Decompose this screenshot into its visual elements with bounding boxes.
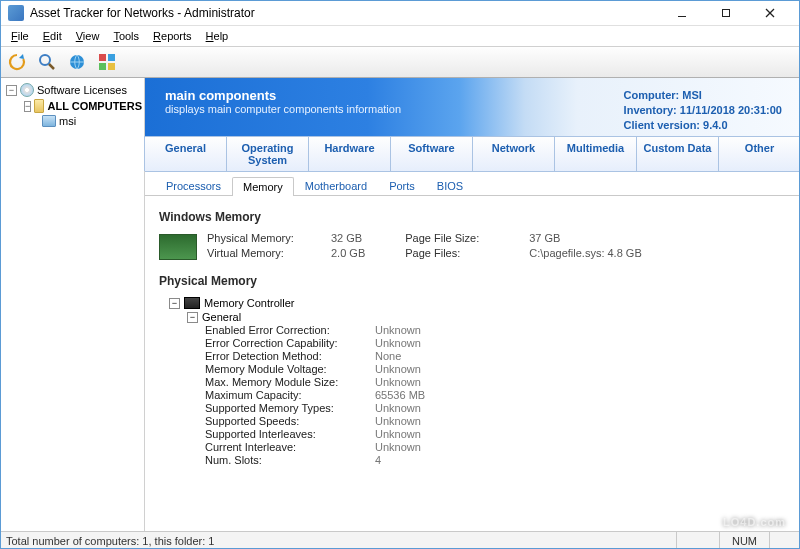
prop-k-10: Num. Slots:	[205, 454, 375, 466]
prop-k-3: Memory Module Voltage:	[205, 363, 375, 375]
svg-rect-9	[99, 63, 106, 70]
node-general[interactable]: General	[202, 311, 241, 323]
subtab-motherboard[interactable]: Motherboard	[294, 176, 378, 195]
status-text: Total number of computers: 1, this folde…	[6, 535, 215, 547]
toolbar-modules-button[interactable]	[94, 49, 120, 75]
band-subtitle: displays main computer components inform…	[165, 103, 624, 115]
memory-card-icon	[159, 234, 197, 260]
band-title: main components	[165, 88, 624, 103]
tree-toggle-general[interactable]: −	[187, 312, 198, 323]
tab-general[interactable]: General	[144, 136, 227, 171]
prop-v-4: Unknown	[375, 376, 786, 388]
band-inventory-label: Inventory:	[624, 104, 680, 116]
tab-custom-data[interactable]: Custom Data	[636, 136, 719, 171]
computer-icon	[42, 115, 56, 127]
menu-file[interactable]: File	[4, 28, 36, 44]
band-client-value: 9.4.0	[703, 119, 727, 131]
svg-rect-7	[99, 54, 106, 61]
menu-view[interactable]: View	[69, 28, 107, 44]
status-num-indicator: NUM	[719, 532, 769, 549]
prop-k-2: Error Detection Method:	[205, 350, 375, 362]
folder-icon	[34, 99, 44, 113]
prop-v-7: Unknown	[375, 415, 786, 427]
prop-v-3: Unknown	[375, 363, 786, 375]
menu-bar: File Edit View Tools Reports Help	[0, 26, 800, 46]
tab-os[interactable]: Operating System	[226, 136, 309, 171]
prop-k-5: Maximum Capacity:	[205, 389, 375, 401]
section-windows-memory: Windows Memory	[159, 210, 786, 224]
prop-v-6: Unknown	[375, 402, 786, 414]
content-area: main components displays main computer c…	[145, 78, 800, 531]
prop-k-9: Current Interleave:	[205, 441, 375, 453]
prop-v-10: 4	[375, 454, 786, 466]
prop-v-5: 65536 MB	[375, 389, 786, 401]
toolbar-search-button[interactable]	[34, 49, 60, 75]
tree-label-allcomputers[interactable]: ALL COMPUTERS	[47, 100, 142, 112]
menu-help[interactable]: Help	[199, 28, 236, 44]
prop-v-0: Unknown	[375, 324, 786, 336]
toolbar-refresh-button[interactable]	[4, 49, 30, 75]
prop-v-8: Unknown	[375, 428, 786, 440]
svg-line-5	[49, 64, 54, 69]
tree-toggle-root[interactable]: −	[6, 85, 17, 96]
subtab-bios[interactable]: BIOS	[426, 176, 474, 195]
tree-all-computers-row: − ALL COMPUTERS	[2, 98, 142, 114]
tree-root-row: − Software Licenses	[2, 82, 142, 98]
memory-props-grid: Enabled Error Correction:Unknown Error C…	[205, 324, 786, 466]
tree-node-msi[interactable]: msi	[2, 114, 142, 128]
phys-mem-label: Physical Memory:	[207, 232, 327, 245]
tab-network[interactable]: Network	[472, 136, 555, 171]
tree-toggle-all[interactable]: −	[24, 101, 31, 112]
tree-label-licenses[interactable]: Software Licenses	[37, 84, 127, 96]
pagefiles-label: Page Files:	[405, 247, 525, 260]
maximize-button[interactable]	[704, 0, 748, 26]
subtab-processors[interactable]: Processors	[155, 176, 232, 195]
subtab-ports[interactable]: Ports	[378, 176, 426, 195]
virt-mem-label: Virtual Memory:	[207, 247, 327, 260]
pagefilesize-label: Page File Size:	[405, 232, 525, 245]
menu-reports[interactable]: Reports	[146, 28, 199, 44]
section-physical-memory: Physical Memory	[159, 274, 786, 288]
prop-v-2: None	[375, 350, 786, 362]
tab-hardware[interactable]: Hardware	[308, 136, 391, 171]
prop-v-9: Unknown	[375, 441, 786, 453]
toolbar-globe-button[interactable]	[64, 49, 90, 75]
main-tabs: General Operating System Hardware Softwa…	[145, 136, 800, 172]
status-bar: Total number of computers: 1, this folde…	[0, 531, 800, 549]
pagefilesize-value: 37 GB	[529, 232, 642, 245]
subtab-memory[interactable]: Memory	[232, 177, 294, 196]
menu-edit[interactable]: Edit	[36, 28, 69, 44]
minimize-button[interactable]	[660, 0, 704, 26]
svg-point-4	[40, 55, 50, 65]
app-icon	[8, 5, 24, 21]
prop-v-1: Unknown	[375, 337, 786, 349]
prop-k-7: Supported Speeds:	[205, 415, 375, 427]
status-empty-cell	[676, 532, 719, 549]
menu-tools[interactable]: Tools	[106, 28, 146, 44]
band-inventory-value: 11/11/2018 20:31:00	[680, 104, 782, 116]
tree-label-msi: msi	[59, 115, 76, 127]
close-button[interactable]	[748, 0, 792, 26]
svg-rect-10	[108, 63, 115, 70]
prop-k-1: Error Correction Capability:	[205, 337, 375, 349]
prop-k-6: Supported Memory Types:	[205, 402, 375, 414]
detail-panel[interactable]: Windows Memory Physical Memory: 32 GB Vi…	[145, 196, 800, 531]
band-info: Computer: MSI Inventory: 11/11/2018 20:3…	[624, 88, 788, 133]
tab-software[interactable]: Software	[390, 136, 473, 171]
tab-other[interactable]: Other	[718, 136, 800, 171]
sidebar-tree[interactable]: − Software Licenses − ALL COMPUTERS msi	[0, 78, 145, 531]
tree-toggle-controller[interactable]: −	[169, 298, 180, 309]
virt-mem-value: 2.0 GB	[331, 247, 365, 260]
cd-icon	[20, 83, 34, 97]
prop-k-4: Max. Memory Module Size:	[205, 376, 375, 388]
node-memory-controller[interactable]: Memory Controller	[204, 297, 294, 309]
window-title: Asset Tracker for Networks - Administrat…	[30, 6, 660, 20]
title-bar: Asset Tracker for Networks - Administrat…	[0, 0, 800, 26]
band-computer-value: MSI	[682, 89, 702, 101]
phys-mem-value: 32 GB	[331, 232, 365, 245]
sub-tabs: Processors Memory Motherboard Ports BIOS	[145, 172, 800, 196]
toolbar	[0, 46, 800, 78]
svg-rect-8	[108, 54, 115, 61]
tab-multimedia[interactable]: Multimedia	[554, 136, 637, 171]
status-grip	[769, 532, 794, 549]
